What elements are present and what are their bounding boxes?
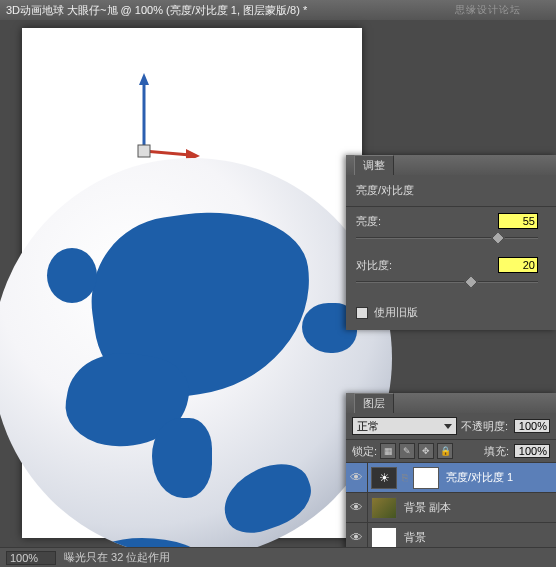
- link-icon: ⎘: [400, 467, 410, 489]
- adjustment-thumb: ☀: [371, 467, 397, 489]
- watermark-text: 思缘设计论坛: [455, 3, 521, 17]
- opacity-input[interactable]: 100%: [514, 419, 550, 433]
- visibility-icon[interactable]: 👁: [346, 463, 368, 493]
- layers-header[interactable]: 图层: [346, 393, 556, 413]
- panel-header[interactable]: 调整: [346, 155, 556, 175]
- blend-mode-value: 正常: [357, 419, 379, 434]
- contrast-slider[interactable]: [356, 275, 546, 289]
- layer-thumb: [371, 497, 397, 519]
- brightness-input[interactable]: [498, 213, 538, 229]
- mask-thumb[interactable]: [413, 467, 439, 489]
- adjustment-name: 亮度/对比度: [346, 175, 556, 207]
- adjustments-panel: 调整 亮度/对比度 亮度: 对比度: 使用旧版: [346, 155, 556, 330]
- tab-adjustments[interactable]: 调整: [354, 155, 394, 175]
- layer-row[interactable]: 👁 ☀ ⎘ 亮度/对比度 1: [346, 463, 556, 493]
- contrast-label: 对比度:: [356, 258, 416, 273]
- contrast-input[interactable]: [498, 257, 538, 273]
- tab-layers[interactable]: 图层: [354, 393, 394, 413]
- lock-label: 锁定:: [352, 444, 377, 459]
- lock-pixels-icon[interactable]: ✎: [399, 443, 415, 459]
- blend-mode-select[interactable]: 正常: [352, 417, 457, 435]
- opacity-label: 不透明度:: [461, 419, 508, 434]
- layer-name[interactable]: 亮度/对比度 1: [442, 470, 556, 485]
- brightness-label: 亮度:: [356, 214, 416, 229]
- lock-position-icon[interactable]: ✥: [418, 443, 434, 459]
- document-title: 3D动画地球 大眼仔~旭 @ 100% (亮度/对比度 1, 图层蒙版/8) *: [6, 3, 307, 18]
- brightness-slider[interactable]: [356, 231, 546, 245]
- layer-name[interactable]: 背景: [400, 530, 556, 545]
- fill-label: 填充:: [484, 444, 509, 459]
- legacy-label: 使用旧版: [374, 305, 418, 320]
- svg-marker-1: [139, 73, 149, 85]
- layer-row[interactable]: 👁 背景 副本: [346, 493, 556, 523]
- lock-transparent-icon[interactable]: ▦: [380, 443, 396, 459]
- layer-thumb: [371, 527, 397, 549]
- svg-rect-4: [138, 145, 150, 157]
- globe-image: [0, 158, 392, 558]
- fill-input[interactable]: 100%: [514, 444, 550, 458]
- svg-line-2: [144, 151, 190, 155]
- status-info: 曝光只在 32 位起作用: [64, 550, 170, 565]
- legacy-checkbox[interactable]: [356, 307, 368, 319]
- layers-panel: 图层 正常 不透明度: 100% 锁定: ▦ ✎ ✥ 🔒 填充: 100% 👁 …: [346, 393, 556, 553]
- visibility-icon[interactable]: 👁: [346, 493, 368, 523]
- layer-name[interactable]: 背景 副本: [400, 500, 556, 515]
- status-bar: 100% 曝光只在 32 位起作用: [0, 547, 556, 567]
- lock-all-icon[interactable]: 🔒: [437, 443, 453, 459]
- zoom-input[interactable]: 100%: [6, 551, 56, 565]
- document-canvas[interactable]: [22, 28, 362, 538]
